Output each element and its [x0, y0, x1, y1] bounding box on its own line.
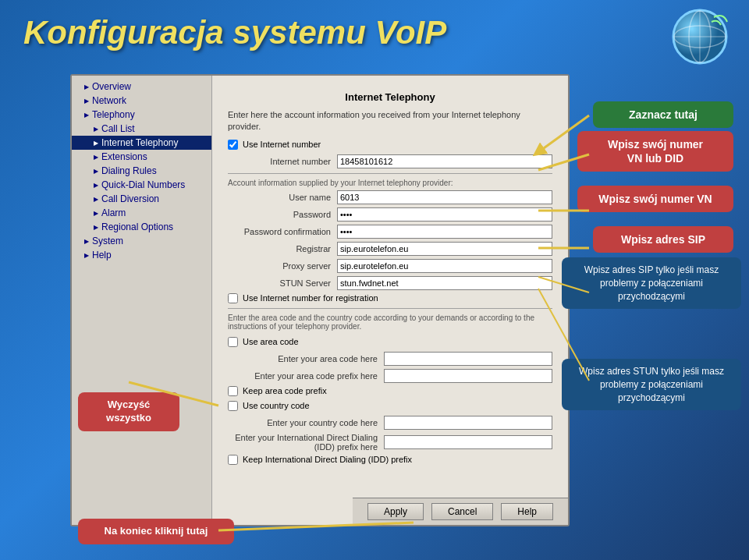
sidebar-item-system[interactable]: System [72, 234, 211, 248]
help-button[interactable]: Help [501, 503, 553, 520]
internet-number-label: Internet number [228, 157, 337, 166]
sidebar: Overview Network Telephony Call List Int… [72, 76, 212, 525]
country-code-label: Enter your country code here [228, 418, 384, 427]
use-area-code-label: Use area code [243, 337, 299, 346]
area-code-label: Enter your area code here [228, 354, 384, 363]
wyczysc-text: Wyczyśćwszystko [106, 399, 151, 424]
stun-label: STUN Server [228, 278, 337, 288]
idd-prefix-label: Enter your International Direct Dialing … [228, 433, 384, 452]
password-confirm-row: Password confirmation [228, 225, 552, 239]
username-input[interactable] [337, 190, 552, 204]
use-area-code-checkbox[interactable] [228, 337, 238, 347]
registrar-input[interactable] [337, 242, 552, 256]
use-internet-number-label: Use Internet number [243, 140, 321, 149]
content-description: Enter here the account information you r… [228, 109, 552, 133]
cancel-button[interactable]: Cancel [431, 503, 493, 520]
keep-idd-row: Keep International Direct Dialing (IDD) … [228, 455, 552, 465]
keep-idd-checkbox[interactable] [228, 455, 238, 465]
area-prefix-label: Enter your area code prefix here [228, 371, 384, 381]
stun-row: STUN Server [228, 276, 552, 290]
country-code-row: Enter your country code here [228, 416, 552, 430]
keep-area-prefix-checkbox[interactable] [228, 386, 238, 396]
password-input[interactable] [337, 207, 552, 222]
keep-idd-label: Keep International Direct Dialing (IDD) … [243, 455, 412, 464]
sidebar-item-telephony[interactable]: Telephony [72, 108, 211, 122]
bubble-zaznacz: Zaznacz tutaj [593, 101, 733, 128]
registrar-label: Registrar [228, 244, 337, 253]
globe-icon [671, 8, 733, 70]
bubble-adres-sip: Wpisz adres SIP [593, 226, 733, 253]
proxy-input[interactable] [337, 259, 552, 273]
password-confirm-input[interactable] [337, 225, 552, 239]
content-inner: Internet Telephony Enter here the accoun… [220, 83, 560, 490]
password-confirm-label: Password confirmation [228, 227, 337, 236]
area-section: Use area code Enter your area code here … [228, 337, 552, 465]
stun-input[interactable] [337, 276, 552, 290]
bubble-numer-vn: Wpisz swój numer VN [577, 186, 733, 212]
button-bar: Apply Cancel Help [353, 498, 568, 525]
proxy-label: Proxy server [228, 261, 337, 271]
use-internet-number-row: Use Internet number [228, 140, 552, 150]
username-label: User name [228, 193, 337, 202]
idd-prefix-input[interactable] [384, 435, 552, 449]
password-label: Password [228, 210, 337, 219]
sidebar-item-extensions[interactable]: Extensions [72, 150, 211, 164]
content-title: Internet Telephony [228, 91, 552, 103]
sidebar-item-overview[interactable]: Overview [72, 80, 211, 94]
use-internet-number-checkbox[interactable] [228, 140, 238, 150]
area-code-input[interactable] [384, 352, 552, 366]
content-area: Internet Telephony Enter here the accoun… [212, 76, 568, 525]
sidebar-item-internet-telephony[interactable]: Internet Telephony [72, 136, 211, 150]
sidebar-item-regional[interactable]: Regional Options [72, 220, 211, 234]
sidebar-item-help[interactable]: Help [72, 248, 211, 262]
sidebar-item-calllist[interactable]: Call List [72, 122, 211, 136]
account-section-label: Account information supplied by your Int… [228, 179, 552, 187]
proxy-row: Proxy server [228, 259, 552, 273]
sidebar-item-dialing[interactable]: Dialing Rules [72, 164, 211, 178]
main-panel: Overview Network Telephony Call List Int… [70, 74, 570, 526]
password-row: Password [228, 207, 552, 222]
divider-2 [228, 308, 552, 309]
bubble-vn-lub-did: Wpisz swój numerVN lub DID [577, 131, 733, 172]
divider-1 [228, 173, 552, 174]
idd-prefix-row: Enter your International Direct Dialing … [228, 433, 552, 452]
use-internet-reg-label: Use Internet number for registration [243, 293, 378, 303]
use-internet-reg-row: Use Internet number for registration [228, 293, 552, 303]
use-country-code-checkbox[interactable] [228, 401, 238, 411]
area-description: Enter the area code and the country code… [228, 314, 552, 331]
area-prefix-input[interactable] [384, 369, 552, 383]
use-country-code-row: Use country code [228, 401, 552, 411]
area-code-row: Enter your area code here [228, 352, 552, 366]
bubble-wyczysc: Wyczyśćwszystko [78, 392, 179, 431]
use-internet-reg-checkbox[interactable] [228, 293, 238, 303]
apply-button[interactable]: Apply [367, 503, 424, 520]
sidebar-item-alarm[interactable]: Alarm [72, 206, 211, 220]
registrar-row: Registrar [228, 242, 552, 256]
internet-number-row: Internet number [228, 154, 552, 168]
page-title: Konfiguracja systemu VoIP [23, 14, 446, 51]
username-row: User name [228, 190, 552, 204]
bubble-stun-info: Wpisz adres STUN tylko jeśli masz proble… [562, 359, 741, 410]
keep-area-prefix-label: Keep area code prefix [243, 386, 327, 395]
sidebar-item-calldiversion[interactable]: Call Diversion [72, 192, 211, 206]
area-prefix-row: Enter your area code prefix here [228, 369, 552, 383]
bubble-sip-info: Wpisz adres SIP tylko jeśli masz problem… [562, 257, 741, 309]
country-code-input[interactable] [384, 416, 552, 430]
internet-number-input[interactable] [337, 154, 552, 168]
use-area-code-row: Use area code [228, 337, 552, 347]
sidebar-item-quickdial[interactable]: Quick-Dial Numbers [72, 178, 211, 192]
keep-area-prefix-row: Keep area code prefix [228, 386, 552, 396]
sidebar-item-network[interactable]: Network [72, 94, 211, 108]
use-country-code-label: Use country code [243, 401, 310, 410]
bubble-na-koniec: Na koniec kliknij tutaj [78, 519, 234, 544]
